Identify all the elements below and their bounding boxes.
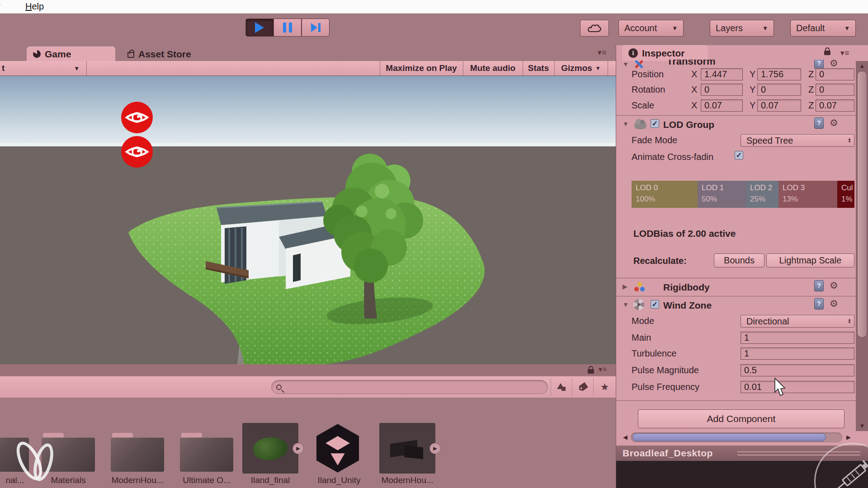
wind-main-field[interactable]: 1 xyxy=(741,332,854,344)
scroll-right-icon[interactable]: ▶ xyxy=(844,434,853,441)
foldout-arrow-icon[interactable]: ▼ xyxy=(623,61,629,68)
project-item-folder[interactable] xyxy=(111,433,164,472)
search-input[interactable] xyxy=(284,381,547,393)
wind-mode-dropdown[interactable]: Directional ▲▼ xyxy=(741,315,854,328)
lod-segment-2[interactable]: LOD 2 25% xyxy=(746,181,778,208)
recalculate-bounds-button[interactable]: Bounds xyxy=(714,253,764,267)
project-item-unity-package[interactable] xyxy=(311,423,367,474)
chevron-down-icon: ▼ xyxy=(74,65,80,72)
pause-button[interactable] xyxy=(274,19,302,37)
menu-item-fragment[interactable]: w xyxy=(0,1,5,12)
stats-button[interactable]: Stats xyxy=(523,61,554,75)
wind-zone-header[interactable]: ▼ ✓ Wind Zone ? ⚙ xyxy=(616,297,856,314)
lod-bias-text: LODBias of 2.00 active xyxy=(633,228,736,239)
play-button[interactable] xyxy=(245,19,274,37)
eye-gizmo-icon[interactable] xyxy=(121,136,153,168)
butterfly-watermark xyxy=(11,437,70,488)
scale-x-field[interactable]: 0.07 xyxy=(701,99,743,112)
eye-gizmo-icon[interactable] xyxy=(121,102,153,133)
pulse-frequency-field[interactable]: 0.01 xyxy=(741,381,854,393)
lod-group-icon xyxy=(634,122,646,129)
tab-inspector[interactable]: i Inspector xyxy=(622,45,708,61)
wind-zone-enabled-checkbox[interactable]: ✓ xyxy=(651,300,659,309)
gear-icon[interactable]: ⚙ xyxy=(830,298,838,309)
foldout-arrow-icon[interactable]: ▶ xyxy=(623,283,627,290)
layers-label: Layers xyxy=(716,23,743,33)
gear-icon[interactable]: ⚙ xyxy=(830,117,838,128)
lod-group-header[interactable]: ▼ ✓ LOD Group ? ⚙ xyxy=(616,117,856,133)
lod-group-enabled-checkbox[interactable]: ✓ xyxy=(651,119,659,128)
expand-badge[interactable]: ▶ xyxy=(429,443,441,454)
gizmos-dropdown[interactable]: Gizmos▼ xyxy=(555,61,607,75)
rotation-y-field[interactable]: 0 xyxy=(757,84,801,96)
wind-turbulence-field[interactable]: 1 xyxy=(741,347,854,360)
project-item-label: ModernHou... xyxy=(104,475,171,485)
lock-icon[interactable] xyxy=(824,51,830,55)
inspector-h-scrollbar[interactable]: ◀ ▶ xyxy=(621,431,853,444)
chevron-down-icon: ▼ xyxy=(837,25,850,32)
lod-segment-culled[interactable]: Cul 1% xyxy=(837,181,854,208)
scale-y-field[interactable]: 0.07 xyxy=(757,99,801,112)
favorites-button[interactable]: ★ xyxy=(593,378,616,396)
lock-icon[interactable] xyxy=(588,369,594,374)
v-scroll-thumb[interactable] xyxy=(857,71,867,338)
scale-z-field[interactable]: 0.07 xyxy=(816,99,854,112)
project-search[interactable] xyxy=(271,380,548,394)
axis-x-label: X xyxy=(691,69,697,80)
help-icon[interactable]: ? xyxy=(814,298,824,310)
cloud-services-button[interactable] xyxy=(580,20,609,37)
display-dropdown-label: t xyxy=(2,63,5,73)
rigidbody-title: Rigidbody xyxy=(663,282,710,293)
layers-dropdown[interactable]: Layers▼ xyxy=(710,20,774,37)
foldout-arrow-icon[interactable]: ▼ xyxy=(623,301,629,308)
search-by-label-button[interactable] xyxy=(572,378,593,396)
help-icon[interactable]: ? xyxy=(814,117,824,129)
display-dropdown[interactable]: t▼ xyxy=(0,61,86,75)
scroll-up-icon[interactable]: ▲ xyxy=(856,62,868,69)
scroll-down-icon[interactable]: ▼ xyxy=(856,422,868,429)
layout-dropdown[interactable]: Default▼ xyxy=(790,20,856,37)
project-item-model[interactable]: ▶ xyxy=(242,423,298,474)
game-pane-menu-icons[interactable]: ▾≡ xyxy=(598,48,607,57)
add-component-button[interactable]: Add Component xyxy=(638,409,844,428)
tab-game[interactable]: Game xyxy=(27,47,115,61)
recalculate-lightmap-button[interactable]: Lightmap Scale xyxy=(766,253,854,267)
dropdown-caret-icon: ▲▼ xyxy=(848,319,851,324)
lod-segment-1[interactable]: LOD 1 50% xyxy=(698,181,746,208)
pulse-magnitude-field[interactable]: 0.5 xyxy=(741,364,854,376)
project-pane-menu-icons[interactable]: ▾≡ xyxy=(599,365,607,374)
tab-asset-store[interactable]: Asset Store xyxy=(121,47,207,61)
foldout-arrow-icon[interactable]: ▼ xyxy=(623,120,629,127)
position-x-field[interactable]: 1.447 xyxy=(701,68,743,80)
maximize-on-play-button[interactable]: Maximize on Play xyxy=(380,61,462,75)
position-z-field[interactable]: 0 xyxy=(816,68,854,80)
lod-segment-3[interactable]: LOD 3 13% xyxy=(778,181,837,208)
inspector-v-scrollbar[interactable]: ▲ ▼ xyxy=(856,61,868,431)
rotation-z-field[interactable]: 0 xyxy=(816,84,854,96)
help-icon[interactable]: ? xyxy=(814,60,824,69)
project-item-folder[interactable] xyxy=(180,433,233,472)
cloud-icon xyxy=(587,23,602,34)
expand-badge[interactable]: ▶ xyxy=(292,443,304,454)
fade-mode-dropdown[interactable]: Speed Tree ▲▼ xyxy=(741,134,854,147)
gear-icon[interactable]: ⚙ xyxy=(830,280,838,291)
mute-audio-button[interactable]: Mute audio xyxy=(463,61,522,75)
rigidbody-header[interactable]: ▶ Rigidbody ? ⚙ xyxy=(616,279,856,296)
inspector-pane-menu-icons[interactable]: ▾≡ xyxy=(840,48,849,58)
help-icon[interactable]: ? xyxy=(814,280,824,291)
animate-crossfading-checkbox[interactable]: ✓ xyxy=(735,151,743,160)
menu-help[interactable]: Help xyxy=(25,1,44,12)
project-panel-header: ▾≡ xyxy=(0,364,616,376)
gear-icon[interactable]: ⚙ xyxy=(830,60,838,69)
account-dropdown[interactable]: Account▼ xyxy=(618,20,684,37)
position-label: Position xyxy=(632,69,664,80)
rotation-x-field[interactable]: 0 xyxy=(701,84,743,96)
lod-segment-0[interactable]: LOD 0 100% xyxy=(632,181,698,208)
transform-header[interactable]: ▼ Transform ? ⚙ xyxy=(616,60,856,69)
h-scroll-thumb[interactable] xyxy=(632,433,826,441)
position-y-field[interactable]: 1.756 xyxy=(757,68,801,80)
search-by-type-button[interactable] xyxy=(551,378,571,396)
project-item-model[interactable]: ▶ xyxy=(379,423,435,474)
step-button[interactable] xyxy=(302,19,330,37)
scroll-left-icon[interactable]: ◀ xyxy=(621,434,630,441)
